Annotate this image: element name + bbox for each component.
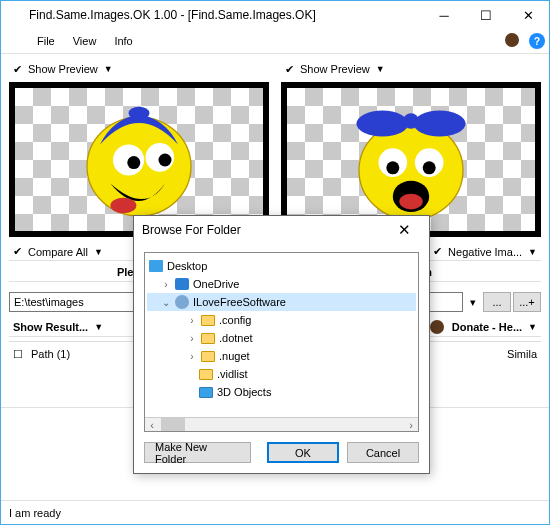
app-icon: [7, 7, 23, 23]
check-icon: ✔: [285, 63, 294, 76]
path-dropdown-icon[interactable]: ▾: [465, 296, 481, 309]
desktop-icon: [149, 260, 163, 272]
tree-root-label[interactable]: Desktop: [167, 260, 207, 272]
close-button[interactable]: ✕: [507, 1, 549, 29]
coffee-icon: [430, 320, 444, 334]
tree-item-label[interactable]: .dotnet: [219, 332, 253, 344]
minimize-button[interactable]: ─: [423, 1, 465, 29]
svg-point-16: [399, 193, 422, 209]
svg-point-8: [356, 110, 408, 136]
similarity-column-header[interactable]: Simila: [503, 346, 541, 363]
tree-item-label[interactable]: .vidlist: [217, 368, 248, 380]
browse-add-button[interactable]: ...+: [513, 292, 541, 312]
svg-point-10: [403, 113, 419, 129]
dialog-close-button[interactable]: ✕: [387, 216, 421, 244]
svg-point-6: [110, 197, 136, 213]
folder-icon: [201, 315, 215, 326]
chevron-down-icon: ▼: [528, 247, 537, 257]
check-icon: ✔: [13, 63, 22, 76]
show-results-toggle[interactable]: Show Result... ▼: [9, 319, 107, 335]
browse-folder-dialog: Browse For Folder ✕ Desktop › OneDrive ⌄…: [133, 215, 430, 474]
title-bar: Find.Same.Images.OK 1.00 - [Find.Same.Im…: [1, 1, 549, 29]
make-new-folder-button[interactable]: Make New Folder: [144, 442, 251, 463]
user-icon: [175, 295, 189, 309]
tree-item-label[interactable]: 3D Objects: [217, 386, 271, 398]
collapse-icon[interactable]: ⌄: [161, 297, 171, 308]
tree-item-label[interactable]: .config: [219, 314, 251, 326]
show-preview-right-label: Show Preview: [300, 63, 370, 75]
show-preview-left-label: Show Preview: [28, 63, 98, 75]
tree-item-label[interactable]: ILoveFreeSoftware: [193, 296, 286, 308]
preview-right-panel: [281, 82, 541, 237]
donate-label: Donate - He...: [452, 321, 522, 333]
donate-toggle[interactable]: Donate - He... ▼: [426, 318, 541, 336]
chevron-down-icon: ▼: [94, 322, 103, 332]
browse-button[interactable]: ...: [483, 292, 511, 312]
scroll-right-icon[interactable]: ›: [404, 418, 418, 431]
compare-all-label: Compare All: [28, 246, 88, 258]
maximize-button[interactable]: ☐: [465, 1, 507, 29]
preview-right-image: [346, 95, 476, 225]
window-title: Find.Same.Images.OK 1.00 - [Find.Same.Im…: [29, 8, 423, 22]
scroll-thumb[interactable]: [161, 418, 185, 431]
menu-file[interactable]: File: [29, 33, 63, 49]
cancel-button[interactable]: Cancel: [347, 442, 419, 463]
svg-point-1: [129, 106, 150, 119]
expand-icon[interactable]: ›: [187, 333, 197, 344]
chevron-down-icon: ▼: [104, 64, 113, 74]
compare-all-toggle[interactable]: ✔ Compare All ▼: [9, 243, 107, 260]
chevron-down-icon: ▼: [376, 64, 385, 74]
expand-icon[interactable]: ›: [161, 279, 171, 290]
chevron-down-icon: ▼: [528, 322, 537, 332]
show-preview-left-toggle[interactable]: ✔ Show Preview ▼: [9, 61, 117, 78]
path-column-header[interactable]: Path (1): [27, 346, 74, 363]
svg-point-9: [414, 110, 466, 136]
menu-info[interactable]: Info: [106, 33, 140, 49]
folder-icon: [201, 351, 215, 362]
coffee-icon[interactable]: [505, 33, 521, 49]
3d-objects-icon: [199, 387, 213, 398]
dialog-title: Browse For Folder: [142, 223, 387, 237]
svg-point-14: [423, 161, 436, 174]
help-icon[interactable]: ?: [529, 33, 545, 49]
folder-tree[interactable]: Desktop › OneDrive ⌄ ILoveFreeSoftware ›…: [144, 252, 419, 432]
onedrive-icon: [175, 278, 189, 290]
path-column-checkbox[interactable]: ☐: [9, 346, 27, 363]
tree-item-label[interactable]: OneDrive: [193, 278, 239, 290]
status-text: I am ready: [9, 507, 61, 519]
tree-item-label[interactable]: .nuget: [219, 350, 250, 362]
chevron-down-icon: ▼: [94, 247, 103, 257]
negative-images-label: Negative Ima...: [448, 246, 522, 258]
svg-point-5: [159, 153, 172, 166]
svg-point-12: [386, 161, 399, 174]
folder-icon: [199, 369, 213, 380]
folder-icon: [201, 333, 215, 344]
show-preview-right-toggle[interactable]: ✔ Show Preview ▼: [281, 61, 389, 78]
negative-images-toggle[interactable]: ✔ Negative Ima... ▼: [429, 243, 541, 260]
check-icon: ✔: [13, 245, 22, 258]
check-icon: ✔: [433, 245, 442, 258]
preview-left-panel: [9, 82, 269, 237]
menu-view[interactable]: View: [65, 33, 105, 49]
ok-button[interactable]: OK: [267, 442, 339, 463]
preview-left-image: [74, 95, 204, 225]
expand-icon[interactable]: ›: [187, 315, 197, 326]
expand-icon[interactable]: ›: [187, 351, 197, 362]
scroll-left-icon[interactable]: ‹: [145, 418, 159, 431]
status-bar: I am ready: [1, 500, 549, 524]
app-icon-small: [5, 33, 21, 49]
tree-horizontal-scrollbar[interactable]: ‹ ›: [145, 417, 418, 431]
svg-point-3: [127, 156, 140, 169]
show-results-label: Show Result...: [13, 321, 88, 333]
menu-bar: File View Info ?: [1, 29, 549, 53]
